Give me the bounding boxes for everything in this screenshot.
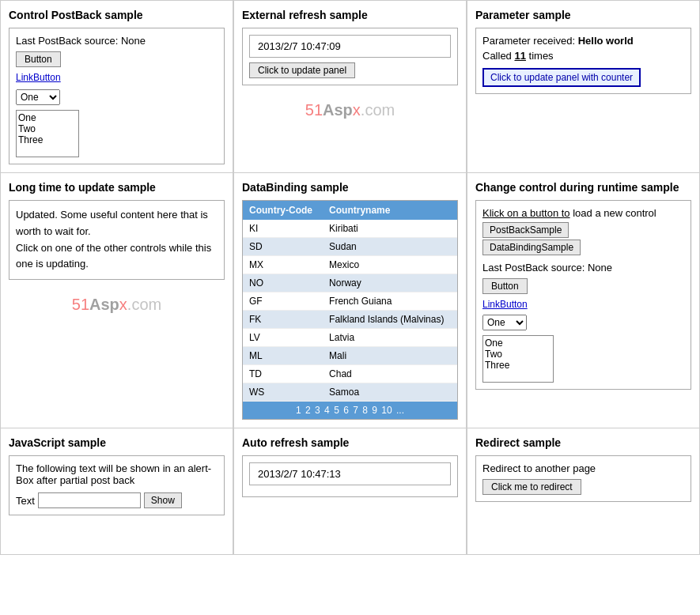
- auto-refresh-timestamp: 2013/2/7 10:47:13: [249, 462, 451, 485]
- js-show-button[interactable]: Show: [144, 492, 182, 508]
- postback-linkbutton[interactable]: LinkButton: [16, 72, 218, 83]
- parameter-sample-cell: Parameter sample Parameter received: Hel…: [467, 1, 700, 173]
- databindingsample-btn[interactable]: DataBindingSample: [482, 240, 581, 255]
- watermark-px: x: [353, 101, 361, 119]
- table-cell: ML: [243, 347, 323, 365]
- last-postback-text: Last PostBack source: None: [16, 35, 218, 47]
- databinding-table: Country-Code Countryname KIKiribatiSDSud…: [243, 201, 457, 402]
- auto-refresh-title: Auto refresh sample: [242, 436, 458, 449]
- cc-dropdown[interactable]: One Two Three: [482, 315, 527, 330]
- text-label: Text: [16, 495, 35, 507]
- pager-link-9[interactable]: 9: [372, 405, 377, 416]
- external-refresh-panel: 2013/2/7 10:47:09 Click to update panel: [242, 28, 458, 85]
- table-cell: TD: [243, 365, 323, 383]
- table-cell: Falkland Islands (Malvinas): [323, 311, 457, 329]
- external-refresh-timestamp: 2013/2/7 10:47:09: [249, 35, 451, 58]
- table-cell: Kiribati: [323, 220, 457, 238]
- postback-button[interactable]: Button: [16, 51, 61, 67]
- cc-list-three[interactable]: Three: [485, 360, 551, 371]
- external-refresh-button[interactable]: Click to update panel: [249, 62, 355, 78]
- databinding-cell: DataBinding sample Country-Code Countryn…: [233, 173, 467, 428]
- pager-link-8[interactable]: 8: [362, 405, 368, 416]
- pager-link-4[interactable]: 4: [324, 405, 330, 416]
- table-cell: Chad: [323, 365, 457, 383]
- table-row: NONorway: [243, 274, 457, 292]
- table-row: KIKiribati: [243, 220, 457, 238]
- parameter-sample-title: Parameter sample: [475, 9, 691, 21]
- postbacksample-btn[interactable]: PostBackSample: [482, 222, 569, 238]
- param-label: Parameter received:: [482, 35, 578, 47]
- databinding-panel: Country-Code Countryname KIKiribatiSDSud…: [242, 200, 458, 420]
- called-text: Called 11 times: [482, 50, 684, 62]
- long-time-cell: Long time to update sample Updated. Some…: [0, 173, 233, 428]
- pager-link-6[interactable]: 6: [343, 405, 349, 416]
- pager-link-more[interactable]: ...: [396, 405, 404, 416]
- watermark-asp: Asp: [323, 101, 353, 119]
- change-control-title: Change control during runtime sample: [475, 181, 691, 194]
- cc-listbox[interactable]: One Two Three: [482, 335, 554, 383]
- redirect-cell: Redirect sample Redirect to another page…: [467, 428, 700, 555]
- pager-link-10[interactable]: 10: [381, 405, 392, 416]
- control-postback-panel: Last PostBack source: None Button LinkBu…: [9, 28, 225, 164]
- klick-underline: Klick on a button to: [482, 207, 570, 219]
- pager-link-3[interactable]: 3: [315, 405, 320, 416]
- pager-link-7[interactable]: 7: [353, 405, 358, 416]
- pager-link-5[interactable]: 5: [334, 405, 339, 416]
- redirect-title: Redirect sample: [475, 436, 691, 449]
- cc-linkbutton[interactable]: LinkButton: [482, 299, 684, 310]
- long-time-content: Updated. Some useful content here that i…: [16, 207, 218, 273]
- table-cell: Mali: [323, 347, 457, 365]
- control-postback-cell: Control PostBack sample Last PostBack so…: [0, 1, 233, 173]
- pager-bar: 1 2 3 4 5 6 7 8 9 10 ...: [243, 402, 457, 419]
- table-cell: WS: [243, 383, 323, 402]
- counter-button[interactable]: Click to update panel with counter: [482, 68, 641, 87]
- databinding-title: DataBinding sample: [242, 181, 458, 194]
- table-cell: KI: [243, 220, 323, 238]
- called-suffix: times: [526, 50, 554, 62]
- postback-dropdown[interactable]: One Two Three: [16, 89, 60, 105]
- external-refresh-cell: External refresh sample 2013/2/7 10:47:0…: [233, 1, 467, 173]
- table-cell: SD: [243, 238, 323, 256]
- javascript-panel: The following text will be shown in an a…: [9, 455, 225, 515]
- klick-text: Klick on a button to load a new control: [482, 207, 684, 219]
- postback-listbox[interactable]: One Two Three: [16, 110, 79, 157]
- table-cell: Latvia: [323, 329, 457, 347]
- table-cell: LV: [243, 329, 323, 347]
- pager-link-2[interactable]: 2: [305, 405, 311, 416]
- javascript-title: JavaScript sample: [9, 436, 225, 449]
- listbox-item-one[interactable]: One: [18, 112, 77, 123]
- watermark-longtime: 51Aspx.com: [9, 296, 225, 314]
- change-control-cell: Change control during runtime sample Kli…: [467, 173, 700, 428]
- redirect-panel-title: Redirect to another page: [482, 462, 684, 474]
- listbox-item-three[interactable]: Three: [18, 134, 77, 145]
- table-cell: French Guiana: [323, 292, 457, 311]
- table-row: LVLatvia: [243, 329, 457, 347]
- cc-last-postback: Last PostBack source: None: [482, 262, 684, 274]
- external-refresh-title: External refresh sample: [242, 9, 458, 21]
- javascript-cell: JavaScript sample The following text wil…: [0, 428, 233, 555]
- long-time-panel: Updated. Some useful content here that i…: [9, 200, 225, 280]
- control-postback-title: Control PostBack sample: [9, 9, 225, 21]
- table-cell: Mexico: [323, 256, 457, 274]
- table-cell: Sudan: [323, 238, 457, 256]
- js-input-row: Text Show: [16, 492, 218, 508]
- col-header-name: Countryname: [323, 201, 457, 220]
- table-row: WSSamoa: [243, 383, 457, 402]
- js-text-input[interactable]: [38, 492, 141, 508]
- called-count: 11: [514, 50, 525, 62]
- watermark-num: 51: [305, 101, 323, 119]
- table-row: TDChad: [243, 365, 457, 383]
- redirect-button[interactable]: Click me to redirect: [482, 479, 581, 495]
- redirect-panel: Redirect to another page Click me to red…: [475, 455, 691, 502]
- table-cell: Norway: [323, 274, 457, 292]
- listbox-item-two[interactable]: Two: [18, 123, 77, 134]
- js-description: The following text will be shown in an a…: [16, 462, 218, 486]
- pager-link-1[interactable]: 1: [296, 405, 301, 416]
- table-row: FKFalkland Islands (Malvinas): [243, 311, 457, 329]
- cc-list-one[interactable]: One: [485, 338, 551, 349]
- cc-button[interactable]: Button: [482, 278, 528, 294]
- table-cell: GF: [243, 292, 323, 311]
- cc-list-two[interactable]: Two: [485, 349, 551, 360]
- table-row: GFFrench Guiana: [243, 292, 457, 311]
- table-row: SDSudan: [243, 238, 457, 256]
